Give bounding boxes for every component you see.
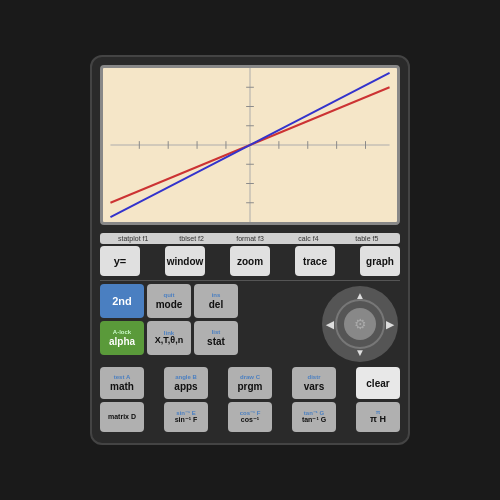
matrix-button[interactable]: matrix D: [100, 402, 144, 432]
graph-button[interactable]: graph: [360, 246, 400, 276]
y-equals-button[interactable]: y=: [100, 246, 140, 276]
row-math: test A math angle B apps draw C prgm dis…: [100, 367, 400, 399]
divider: [100, 280, 400, 281]
cos-inv-label: cos⁻¹ F: [240, 410, 261, 417]
f4-label: calc f4: [279, 235, 337, 242]
cos-button[interactable]: cos⁻¹ F cos⁻¹: [228, 402, 272, 432]
dpad-inner: ⚙: [344, 308, 376, 340]
angle-b-label: angle B: [175, 374, 197, 381]
row-2nd: 2nd quit mode ins del A-lock alpha li: [100, 284, 400, 364]
dpad-right-arrow[interactable]: ▶: [386, 319, 394, 330]
tan-button[interactable]: tan⁻¹ G tan⁻¹ G: [292, 402, 336, 432]
test-a-label: test A: [114, 374, 130, 381]
dpad-container[interactable]: ⚙ ▲ ▼ ◀ ▶: [320, 284, 400, 364]
2nd-label: 2nd: [112, 295, 132, 307]
clear-button[interactable]: clear: [356, 367, 400, 399]
ins-label: ins: [212, 292, 221, 299]
apps-label: apps: [174, 381, 197, 392]
sin-label: sin⁻¹ F: [175, 416, 198, 424]
del-label: del: [209, 299, 223, 310]
math-button[interactable]: test A math: [100, 367, 144, 399]
matrix-label: matrix D: [108, 413, 136, 421]
window-button[interactable]: window: [165, 246, 205, 276]
pi-h-label: π H: [370, 415, 386, 425]
math-label: math: [110, 381, 134, 392]
xton-button[interactable]: link X,T,θ,n: [147, 321, 191, 355]
list-label: list: [212, 329, 221, 336]
trace-button[interactable]: trace: [295, 246, 335, 276]
f3-label: format f3: [221, 235, 279, 242]
clear-label: clear: [366, 378, 389, 389]
f1-label: statplot f1: [104, 235, 162, 242]
stat-label: stat: [207, 336, 225, 347]
vars-label: vars: [304, 381, 325, 392]
alock-label: A-lock: [113, 329, 131, 336]
row-trig: matrix D sin⁻¹ E sin⁻¹ F cos⁻¹ F cos⁻¹ t…: [100, 402, 400, 432]
tan-inv-label: tan⁻¹ G: [304, 410, 324, 417]
tan-label: tan⁻¹ G: [302, 416, 326, 424]
stat-button[interactable]: list stat: [194, 321, 238, 355]
dpad-up-arrow[interactable]: ▲: [355, 290, 365, 301]
main-function-row: y= window zoom trace graph: [100, 246, 400, 276]
quit-label: quit: [164, 292, 175, 299]
dpad-center-icon[interactable]: ⚙: [354, 316, 367, 332]
cos-label: cos⁻¹: [241, 416, 259, 424]
del-button[interactable]: ins del: [194, 284, 238, 318]
dpad-down-arrow[interactable]: ▼: [355, 347, 365, 358]
graphing-screen: [100, 65, 400, 225]
alpha-button[interactable]: A-lock alpha: [100, 321, 144, 355]
xton-label: X,T,θ,n: [155, 336, 183, 346]
calculator: statplot f1 tblset f2 format f3 calc f4 …: [90, 55, 410, 445]
2nd-button[interactable]: 2nd: [100, 284, 144, 318]
f5-label: table f5: [338, 235, 396, 242]
zoom-button[interactable]: zoom: [230, 246, 270, 276]
pi-button[interactable]: π π H: [356, 402, 400, 432]
f2-label: tblset f2: [162, 235, 220, 242]
distr-label: distr: [307, 374, 320, 381]
function-key-labels: statplot f1 tblset f2 format f3 calc f4 …: [100, 233, 400, 244]
dpad-left-arrow[interactable]: ◀: [326, 319, 334, 330]
sin-inv-label: sin⁻¹ E: [176, 410, 195, 417]
prgm-label: prgm: [238, 381, 263, 392]
mode-label: mode: [156, 299, 183, 310]
prgm-button[interactable]: draw C prgm: [228, 367, 272, 399]
dpad[interactable]: ⚙ ▲ ▼ ◀ ▶: [322, 286, 398, 362]
mode-button[interactable]: quit mode: [147, 284, 191, 318]
vars-button[interactable]: distr vars: [292, 367, 336, 399]
alpha-label: alpha: [109, 336, 135, 347]
draw-c-label: draw C: [240, 374, 260, 381]
apps-button[interactable]: angle B apps: [164, 367, 208, 399]
sin-button[interactable]: sin⁻¹ E sin⁻¹ F: [164, 402, 208, 432]
